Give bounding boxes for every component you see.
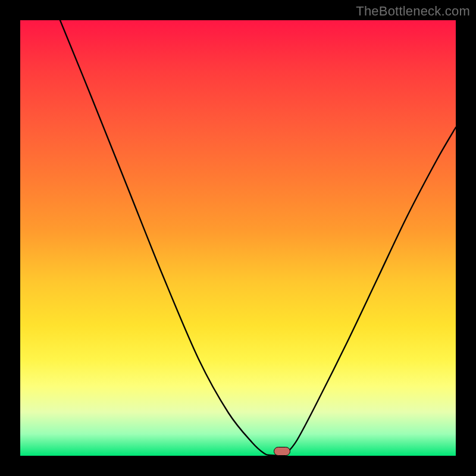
bottleneck-curve — [60, 20, 456, 455]
chart-frame: TheBottleneck.com — [0, 0, 476, 476]
watermark-text: TheBottleneck.com — [356, 4, 470, 19]
bottleneck-marker — [274, 447, 290, 456]
curve-layer — [20, 20, 456, 456]
